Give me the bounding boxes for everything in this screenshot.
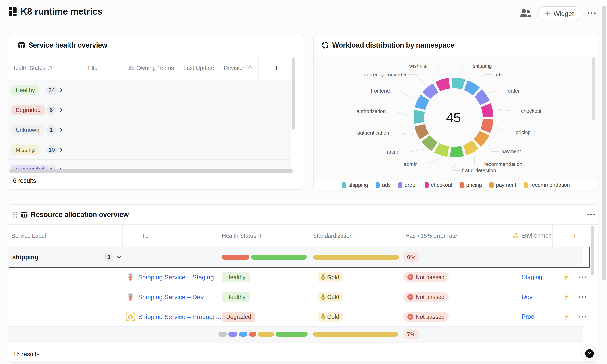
horizontal-scrollbar[interactable] bbox=[9, 169, 293, 173]
service-link[interactable]: Shipping Service – Dev bbox=[138, 293, 204, 300]
legend-item[interactable]: order bbox=[398, 182, 417, 188]
vertical-scrollbar[interactable] bbox=[591, 226, 594, 275]
team-icon bbox=[127, 65, 134, 71]
page-scrollbar[interactable] bbox=[602, 5, 606, 281]
col-revision: Revision bbox=[224, 65, 252, 71]
add-column-button[interactable]: + bbox=[570, 232, 579, 240]
plus-icon bbox=[545, 11, 551, 17]
workload-header: Workload distribution by namespace bbox=[314, 34, 598, 56]
col-standardization: Standardization bbox=[313, 233, 353, 239]
legend-swatch bbox=[425, 182, 429, 188]
page-menu-icon[interactable] bbox=[586, 10, 598, 16]
col-health-status: Health Status bbox=[11, 65, 52, 71]
add-widget-button[interactable]: Widget bbox=[537, 6, 581, 21]
table-row[interactable]: Degraded 6 bbox=[8, 100, 291, 120]
environment-link[interactable]: Staging bbox=[522, 273, 542, 281]
count-badge: 1 bbox=[46, 125, 56, 134]
vertical-scrollbar[interactable] bbox=[292, 57, 295, 130]
col-service-label: Service Label bbox=[11, 233, 46, 239]
count-badge: 6 bbox=[46, 105, 56, 115]
group-row-collapsed[interactable]: 7% bbox=[8, 327, 583, 343]
environment-link[interactable]: Dev bbox=[522, 293, 532, 300]
chevron-right-icon[interactable] bbox=[59, 88, 63, 93]
bar-segment bbox=[251, 255, 307, 260]
col-last-update: Last Update bbox=[183, 65, 214, 71]
chevron-right-icon[interactable] bbox=[59, 147, 63, 153]
row-menu-icon[interactable] bbox=[578, 314, 588, 319]
table-row[interactable]: Unknown 1 bbox=[8, 120, 291, 140]
legend-item[interactable]: payment bbox=[489, 182, 516, 188]
help-button[interactable]: ? bbox=[581, 346, 598, 362]
octopus-service-icon bbox=[126, 273, 135, 282]
lightning-action-icon[interactable] bbox=[564, 313, 569, 320]
col-owning-teams: Owning Teams bbox=[127, 65, 174, 71]
bar-segment bbox=[313, 332, 398, 337]
chevron-right-icon[interactable] bbox=[59, 107, 63, 113]
chart-legend: shipping ads order checkout pricing paym… bbox=[314, 182, 598, 188]
donut-label: admin bbox=[404, 161, 418, 167]
legend-item[interactable]: shipping bbox=[342, 182, 368, 188]
environment-link[interactable]: Prod bbox=[522, 313, 534, 320]
standardization-badge: Gold bbox=[318, 292, 343, 302]
results-count: 15 results bbox=[13, 351, 39, 358]
row-menu-icon[interactable] bbox=[578, 275, 588, 279]
question-mark-icon: ? bbox=[585, 349, 594, 358]
error-rate-badge: 0% bbox=[403, 252, 419, 262]
error-rate-badge: ✕Not passed bbox=[403, 312, 449, 322]
group-row-shipping[interactable]: shipping 3 0% bbox=[8, 247, 583, 267]
status-badge: Missing bbox=[11, 145, 39, 155]
table-row[interactable]: Shipping Service – Producti… Degraded Go… bbox=[8, 307, 583, 327]
medal-icon bbox=[321, 314, 325, 320]
octopus-service-icon bbox=[126, 292, 135, 302]
service-health-rows: Healthy 24 Degraded 6 Unknown 1 Missing … bbox=[8, 80, 291, 169]
card-title: Service health overview bbox=[28, 41, 107, 49]
row-menu-icon[interactable] bbox=[578, 295, 588, 299]
donut-label: shipping bbox=[473, 63, 492, 69]
col-environment: Environment bbox=[512, 233, 553, 239]
donut-label: recommendation bbox=[484, 161, 522, 167]
lightning-action-icon[interactable] bbox=[564, 274, 569, 280]
legend-item[interactable]: ads bbox=[375, 182, 391, 188]
legend-item[interactable]: pricing bbox=[460, 182, 482, 188]
status-badge: Degraded bbox=[11, 105, 45, 115]
lightning-action-icon[interactable] bbox=[564, 294, 569, 300]
donut-label: pricing bbox=[516, 129, 531, 135]
widget-menu-icon[interactable] bbox=[586, 212, 597, 217]
table-row[interactable]: Shipping Service – Dev Healthy Gold ✕Not… bbox=[8, 287, 583, 307]
add-column-button[interactable]: + bbox=[272, 64, 281, 72]
table-row[interactable]: Missing 10 bbox=[8, 140, 291, 160]
col-error-rate: Has <15% error rate bbox=[405, 233, 457, 239]
drag-handle-icon[interactable] bbox=[13, 211, 18, 218]
environment-cluster-icon bbox=[512, 233, 519, 239]
x-circle-icon: ✕ bbox=[407, 274, 413, 280]
top-bar: K8 runtime metrics Widget bbox=[0, 0, 607, 29]
donut-label: checkout bbox=[521, 108, 541, 114]
legend-item[interactable]: recommendation bbox=[524, 182, 570, 188]
chevron-right-icon[interactable] bbox=[59, 167, 63, 169]
info-icon[interactable] bbox=[258, 234, 263, 238]
service-link[interactable]: Shipping Service – Staging bbox=[138, 273, 214, 281]
info-icon[interactable] bbox=[248, 66, 252, 70]
error-rate-badge: ✕Not passed bbox=[403, 292, 449, 302]
table-row[interactable]: Healthy 24 bbox=[8, 80, 291, 100]
legend-item[interactable]: checkout bbox=[425, 182, 452, 188]
x-circle-icon: ✕ bbox=[407, 314, 413, 320]
legend-swatch bbox=[524, 182, 528, 188]
chevron-right-icon[interactable] bbox=[59, 127, 63, 133]
donut-label: order bbox=[508, 88, 520, 94]
health-status-bar bbox=[222, 255, 307, 260]
legend-swatch bbox=[489, 182, 494, 188]
service-link[interactable]: Shipping Service – Producti… bbox=[138, 313, 222, 320]
vertical-scrollbar[interactable] bbox=[593, 57, 595, 120]
table-row[interactable]: Suspended 1 bbox=[8, 160, 291, 169]
legend-swatch bbox=[342, 182, 346, 188]
donut-chart: shippingadsordercheckoutpricingpaymentre… bbox=[314, 57, 598, 181]
health-status-bar bbox=[219, 332, 308, 337]
table-row[interactable]: Shipping Service – Staging Healthy Gold … bbox=[8, 267, 583, 287]
chevron-down-icon[interactable] bbox=[116, 255, 122, 260]
count-badge: 10 bbox=[46, 145, 57, 154]
col-health-status: Health Status bbox=[222, 233, 263, 239]
info-icon[interactable] bbox=[47, 66, 52, 70]
card-title: Workload distribution by namespace bbox=[332, 41, 454, 49]
share-users-icon[interactable] bbox=[520, 8, 531, 18]
